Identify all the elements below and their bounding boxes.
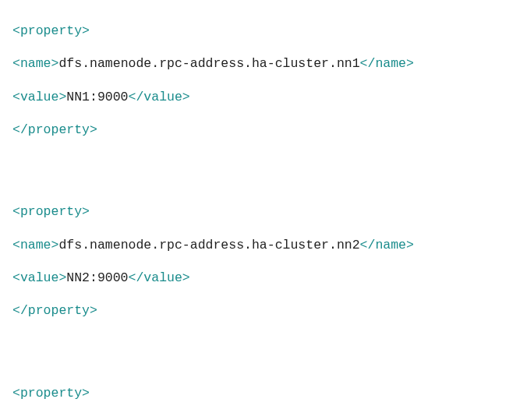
tag-property-open: <property> bbox=[12, 204, 90, 219]
tag-property-open: <property> bbox=[12, 23, 90, 38]
line: <name>dfs.namenode.rpc-address.ha-cluste… bbox=[12, 237, 515, 253]
line: <property> bbox=[12, 385, 515, 401]
tag-property-open: <property> bbox=[12, 386, 90, 401]
tag-name-close: </name> bbox=[360, 56, 414, 71]
tag-property-close: </property> bbox=[12, 122, 97, 137]
tag-name-open: <name> bbox=[12, 56, 58, 71]
tag-value-close: </value> bbox=[129, 90, 190, 104]
tag-name-close: </name> bbox=[360, 238, 414, 252]
tag-value-open: <value> bbox=[12, 90, 66, 104]
tag-name-open: <name> bbox=[12, 238, 58, 252]
line: <property> bbox=[12, 23, 515, 39]
line: </property> bbox=[12, 302, 515, 319]
tag-property-close: </property> bbox=[12, 303, 97, 318]
line: <property> bbox=[12, 203, 515, 220]
tag-value-open: <value> bbox=[12, 270, 66, 285]
blank-line bbox=[12, 335, 515, 351]
line: <value>NN1:9000</value> bbox=[12, 89, 515, 105]
name-text: dfs.namenode.rpc-address.ha-cluster.nn2 bbox=[58, 238, 359, 252]
line: <value>NN2:9000</value> bbox=[12, 270, 515, 286]
blank-line bbox=[12, 154, 515, 171]
line: <name>dfs.namenode.rpc-address.ha-cluste… bbox=[12, 55, 515, 72]
name-text: dfs.namenode.rpc-address.ha-cluster.nn1 bbox=[58, 56, 359, 71]
line: </property> bbox=[12, 122, 515, 138]
value-text: NN1:9000 bbox=[66, 90, 128, 104]
code-block: <property> <name>dfs.namenode.rpc-addres… bbox=[12, 6, 515, 420]
value-text: NN2:9000 bbox=[66, 270, 128, 285]
tag-value-close: </value> bbox=[129, 270, 190, 285]
